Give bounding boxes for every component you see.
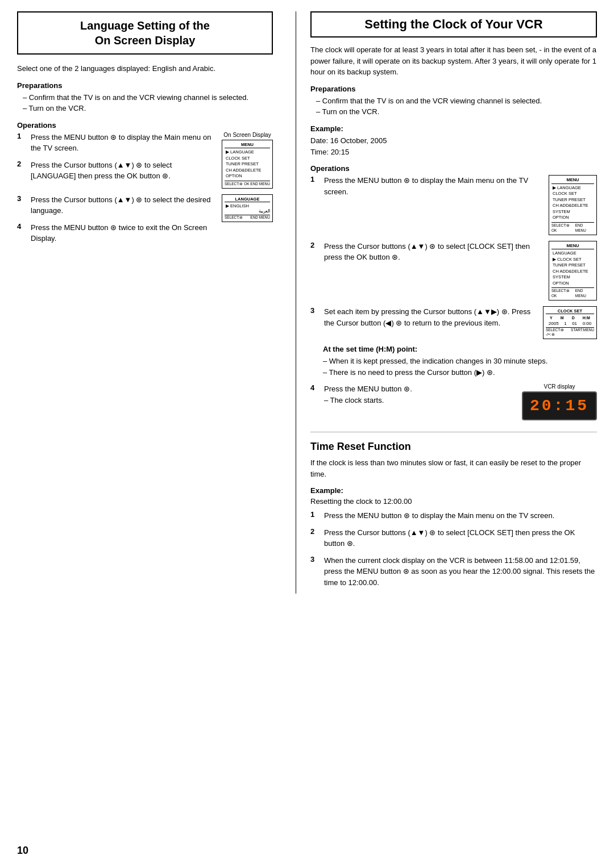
left-section-title-box: Language Setting of the On Screen Displa… bbox=[17, 11, 273, 55]
left-preparations: Preparations – Confirm that the TV is on… bbox=[17, 81, 273, 114]
left-prep-2: – Turn on the VCR. bbox=[17, 103, 273, 114]
left-operations: Operations 1 Press the MENU button ⊛ to … bbox=[17, 121, 273, 250]
right-menu-screen1-container: MENU LANGUAGE CLOCK SET TUNER PRESET CH … bbox=[549, 175, 597, 235]
right-operations: Operations 1 Press the MENU button ⊛ to … bbox=[310, 164, 597, 420]
right-example: Example: Date: 16 October, 2005Time: 20:… bbox=[310, 124, 597, 159]
right-op-4: 4 Press the MENU button ⊛.– The clock st… bbox=[310, 383, 517, 406]
right-intro: The clock will operate for at least 3 ye… bbox=[310, 44, 597, 78]
page-number: 10 bbox=[17, 845, 28, 857]
right-operations-heading: Operations bbox=[310, 164, 597, 173]
time-reset-intro: If the clock is less than two minutes sl… bbox=[310, 457, 597, 479]
right-op-1: 1 Press the MENU button ⊛ to display the… bbox=[310, 175, 544, 197]
right-preparations: Preparations – Confirm that the TV is on… bbox=[310, 85, 597, 118]
osd-screen-1-container: On Screen Display MENU LANGUAGE CLOCK SE… bbox=[222, 132, 273, 189]
language-menu-screen: LANGUAGE ENGLISH العربية SELECT:⊛ END ME… bbox=[222, 194, 273, 222]
right-title: Setting the Clock of Your VCR bbox=[320, 17, 587, 32]
time-reset-example-heading: Example: bbox=[310, 486, 597, 495]
right-op-2: 2 Press the Cursor buttons (▲▼) ⊛ to sel… bbox=[310, 241, 544, 263]
vcr-time-display: 20:15 bbox=[522, 391, 597, 420]
time-reset-op-1: 1 Press the MENU button ⊛ to display the… bbox=[310, 510, 597, 521]
time-reset-operations: 1 Press the MENU button ⊛ to display the… bbox=[310, 510, 597, 588]
right-op-3: 3 Set each item by pressing the Cursor b… bbox=[310, 306, 538, 328]
clock-set-screen: CLOCK SET YMDH:M 20051010:00 SELECT:⊛ -/… bbox=[543, 306, 597, 339]
lang-screen-container: LANGUAGE ENGLISH العربية SELECT:⊛ END ME… bbox=[222, 194, 273, 222]
at-set-time-bullet-2: – There is no need to press the Cursor b… bbox=[323, 367, 597, 378]
clock-screen-container: CLOCK SET YMDH:M 20051010:00 SELECT:⊛ -/… bbox=[543, 306, 597, 339]
right-menu-screen-2: MENU LANGUAGE CLOCK SET TUNER PRESET CH … bbox=[549, 241, 597, 301]
left-op-2: 2 Press the Cursor buttons (▲▼) ⊛ to sel… bbox=[17, 160, 217, 182]
osd-menu-screen: MENU LANGUAGE CLOCK SET TUNER PRESET CH … bbox=[222, 140, 273, 189]
time-reset-op-3: 3 When the current clock display on the … bbox=[310, 555, 597, 589]
time-reset-op-2: 2 Press the Cursor buttons (▲▼) ⊛ to sel… bbox=[310, 527, 597, 549]
left-column: Language Setting of the On Screen Displa… bbox=[17, 11, 279, 594]
right-prep-1: – Confirm that the TV is on and the VCR … bbox=[310, 95, 597, 107]
left-intro: Select one of the 2 languages displayed:… bbox=[17, 63, 273, 74]
right-section-title-box: Setting the Clock of Your VCR bbox=[310, 11, 597, 37]
left-title: Language Setting of the On Screen Displa… bbox=[27, 18, 263, 48]
left-preparations-heading: Preparations bbox=[17, 81, 273, 90]
at-set-time-section: At the set time (H:M) point: – When it i… bbox=[323, 345, 597, 378]
left-op-4: 4 Press the MENU button ⊛ twice to exit … bbox=[17, 222, 217, 244]
right-preparations-heading: Preparations bbox=[310, 85, 597, 93]
right-column: Setting the Clock of Your VCR The clock … bbox=[296, 11, 597, 594]
time-reset-title: Time Reset Function bbox=[310, 441, 597, 453]
left-operations-heading: Operations bbox=[17, 121, 273, 130]
right-menu-screen2-container: MENU LANGUAGE CLOCK SET TUNER PRESET CH … bbox=[549, 241, 597, 301]
left-op-3: 3 Press the Cursor buttons (▲▼) ⊛ to sel… bbox=[17, 194, 217, 216]
at-set-time-bullet-1: – When it is kept pressed, the indicatio… bbox=[323, 356, 597, 367]
vcr-display-label: VCR display bbox=[544, 383, 575, 390]
time-reset-example-text: Resetting the clock to 12:00.00 bbox=[310, 497, 597, 506]
vcr-display-container: VCR display 20:15 bbox=[522, 383, 597, 420]
right-example-heading: Example: bbox=[310, 124, 597, 133]
time-reset-section: Time Reset Function If the clock is less… bbox=[310, 432, 597, 588]
at-set-time-heading: At the set time (H:M) point: bbox=[323, 345, 597, 353]
left-prep-1: – Confirm that the TV is on and the VCR … bbox=[17, 92, 273, 103]
osd-screen-label: On Screen Display bbox=[223, 132, 271, 138]
left-op-1: 1 Press the MENU button ⊛ to display the… bbox=[17, 132, 217, 154]
time-reset-example: Example: Resetting the clock to 12:00.00 bbox=[310, 486, 597, 506]
right-menu-screen-1: MENU LANGUAGE CLOCK SET TUNER PRESET CH … bbox=[549, 175, 597, 235]
right-prep-2: – Turn on the VCR. bbox=[310, 106, 597, 118]
